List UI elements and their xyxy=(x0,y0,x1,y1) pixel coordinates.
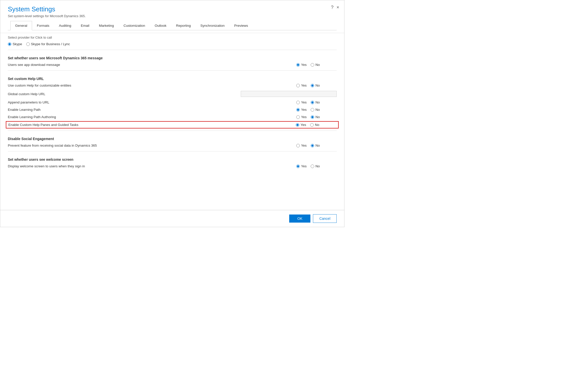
yes-label-5: Yes xyxy=(301,115,307,119)
prevent-social-yes-radio[interactable] xyxy=(296,144,300,147)
tab-formats[interactable]: Formats xyxy=(32,21,54,30)
tab-synchronization[interactable]: Synchronization xyxy=(196,21,229,30)
global-help-url-row: Global custom Help URL xyxy=(8,89,337,99)
dialog-header: System Settings Set system-level setting… xyxy=(0,0,344,33)
yes-label-2: Yes xyxy=(301,84,307,87)
prevent-social-data-radio-group: Yes No xyxy=(296,144,337,147)
tab-reporting[interactable]: Reporting xyxy=(171,21,196,30)
no-label-8: No xyxy=(315,164,320,168)
tab-outlook[interactable]: Outlook xyxy=(150,21,171,30)
cancel-button[interactable]: Cancel xyxy=(313,214,337,223)
enable-custom-help-panes-label: Enable Custom Help Panes and Guided Task… xyxy=(8,123,296,127)
tab-auditing[interactable]: Auditing xyxy=(54,21,76,30)
display-welcome-screen-row: Display welcome screen to users when the… xyxy=(8,163,337,170)
app-download-yes-radio[interactable] xyxy=(296,63,300,67)
enable-learning-path-yes-radio[interactable] xyxy=(296,108,300,112)
enable-lpa-no[interactable]: No xyxy=(311,115,320,119)
skype-radio[interactable] xyxy=(8,42,11,46)
display-welcome-yes-radio[interactable] xyxy=(296,165,300,168)
skype-business-option[interactable]: Skype for Business / Lync xyxy=(26,42,70,46)
use-custom-help-no[interactable]: No xyxy=(311,84,320,87)
app-download-no[interactable]: No xyxy=(311,63,320,67)
yes-label-4: Yes xyxy=(301,108,307,112)
append-params-yes[interactable]: Yes xyxy=(296,100,307,104)
display-welcome-yes[interactable]: Yes xyxy=(296,164,307,168)
divider-2 xyxy=(8,70,337,71)
click-to-call-radio-group: Skype Skype for Business / Lync xyxy=(8,42,70,46)
divider-4 xyxy=(8,151,337,151)
prevent-social-no[interactable]: No xyxy=(311,144,320,147)
app-download-no-radio[interactable] xyxy=(311,63,314,67)
no-label-6: No xyxy=(315,123,319,127)
enable-learning-path-no[interactable]: No xyxy=(311,108,320,112)
prevent-social-data-row: Prevent feature from receiving social da… xyxy=(8,142,337,149)
ok-button[interactable]: OK xyxy=(289,215,310,223)
global-help-url-input[interactable] xyxy=(241,91,337,97)
append-params-no[interactable]: No xyxy=(311,100,320,104)
dialog-controls: ? × xyxy=(331,5,339,10)
enable-learning-path-yes[interactable]: Yes xyxy=(296,108,307,112)
skype-option[interactable]: Skype xyxy=(8,42,22,46)
prevent-social-yes[interactable]: Yes xyxy=(296,144,307,147)
use-custom-help-no-radio[interactable] xyxy=(311,84,314,87)
prevent-social-no-radio[interactable] xyxy=(311,144,314,147)
no-label: No xyxy=(315,63,320,67)
divider-1 xyxy=(8,50,337,50)
enable-learning-path-row: Enable Learning Path Yes No xyxy=(8,106,337,113)
enable-learning-path-authoring-label: Enable Learning Path Authoring xyxy=(8,115,296,119)
enable-custom-help-panes-radio-group: Yes No xyxy=(296,123,336,127)
enable-chp-yes[interactable]: Yes xyxy=(296,123,306,127)
no-label-7: No xyxy=(315,144,320,147)
append-params-yes-radio[interactable] xyxy=(296,101,300,104)
display-welcome-screen-radio-group: Yes No xyxy=(296,164,337,168)
enable-learning-path-authoring-row: Enable Learning Path Authoring Yes No xyxy=(8,113,337,121)
use-custom-help-row: Use custom Help for customizable entitie… xyxy=(8,82,337,89)
no-label-5: No xyxy=(315,115,320,119)
tab-general[interactable]: General xyxy=(10,21,32,30)
click-to-call-options: Skype Skype for Business / Lync xyxy=(8,40,337,48)
tab-bar: General Formats Auditing Email Marketing… xyxy=(8,21,337,30)
use-custom-help-yes-radio[interactable] xyxy=(296,84,300,87)
app-download-row: Users see app download message Yes No xyxy=(8,61,337,68)
dialog-footer: OK Cancel xyxy=(0,210,344,227)
enable-lpa-yes-radio[interactable] xyxy=(296,115,300,119)
enable-chp-yes-radio[interactable] xyxy=(296,123,299,127)
app-download-radio-group: Yes No xyxy=(296,63,337,67)
help-icon[interactable]: ? xyxy=(331,5,333,10)
skype-business-radio[interactable] xyxy=(26,42,30,46)
skype-label: Skype xyxy=(13,42,22,46)
use-custom-help-label: Use custom Help for customizable entitie… xyxy=(8,84,296,87)
divider-3 xyxy=(8,130,337,131)
yes-label-3: Yes xyxy=(301,100,307,104)
app-download-label: Users see app download message xyxy=(8,63,296,67)
use-custom-help-radio-group: Yes No xyxy=(296,84,337,87)
no-label-3: No xyxy=(315,100,320,104)
tab-marketing[interactable]: Marketing xyxy=(94,21,119,30)
enable-lpa-no-radio[interactable] xyxy=(311,115,314,119)
enable-learning-path-authoring-radio-group: Yes No xyxy=(296,115,337,119)
enable-chp-no-radio[interactable] xyxy=(310,123,314,127)
enable-learning-path-no-radio[interactable] xyxy=(311,108,314,112)
tab-customization[interactable]: Customization xyxy=(119,21,150,30)
social-engagement-header: Disable Social Engagement xyxy=(8,133,337,142)
enable-learning-path-label: Enable Learning Path xyxy=(8,108,296,112)
global-help-url-label: Global custom Help URL xyxy=(8,92,241,96)
display-welcome-no[interactable]: No xyxy=(311,164,320,168)
use-custom-help-yes[interactable]: Yes xyxy=(296,84,307,87)
enable-lpa-yes[interactable]: Yes xyxy=(296,115,307,119)
tab-email[interactable]: Email xyxy=(76,21,94,30)
close-icon[interactable]: × xyxy=(336,5,339,10)
tab-previews[interactable]: Previews xyxy=(229,21,253,30)
app-download-yes[interactable]: Yes xyxy=(296,63,307,67)
skype-business-label: Skype for Business / Lync xyxy=(31,42,70,46)
yes-label-8: Yes xyxy=(301,164,307,168)
display-welcome-screen-label: Display welcome screen to users when the… xyxy=(8,164,296,168)
main-content: Select provider for Click to call Skype … xyxy=(0,33,344,210)
yes-label-6: Yes xyxy=(301,123,306,127)
enable-chp-no[interactable]: No xyxy=(310,123,319,127)
append-params-no-radio[interactable] xyxy=(311,101,314,104)
no-label-4: No xyxy=(315,108,320,112)
dialog-subtitle: Set system-level settings for Microsoft … xyxy=(8,14,337,18)
display-welcome-no-radio[interactable] xyxy=(311,165,314,168)
yes-label: Yes xyxy=(301,63,307,67)
